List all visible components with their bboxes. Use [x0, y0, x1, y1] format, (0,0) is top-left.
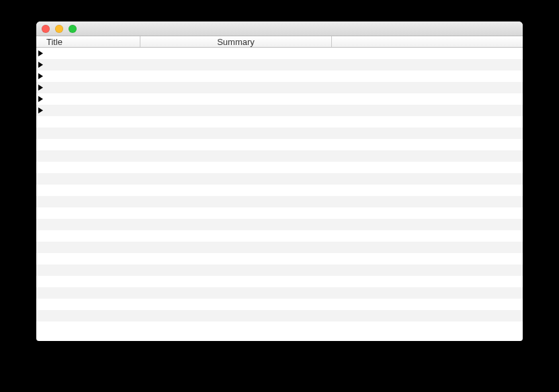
close-icon[interactable]: [42, 25, 50, 33]
cell-title: [36, 85, 140, 91]
table-row[interactable]: [36, 276, 523, 287]
svg-marker-3: [38, 85, 43, 91]
table-body[interactable]: [36, 48, 523, 341]
table-row[interactable]: [36, 116, 523, 128]
cell-title: [36, 73, 140, 80]
column-header-label: Title: [46, 38, 62, 46]
table-row[interactable]: [36, 173, 523, 185]
zoom-icon[interactable]: [69, 25, 77, 33]
app-window: Title Summary: [36, 21, 523, 341]
column-header-spacer: [332, 36, 523, 47]
table-row[interactable]: [36, 196, 523, 207]
disclosure-triangle-icon[interactable]: [37, 50, 44, 57]
cell-title: [36, 62, 140, 68]
table-row[interactable]: [36, 230, 523, 242]
table-row[interactable]: [36, 185, 523, 196]
table-row[interactable]: [36, 128, 523, 139]
svg-marker-2: [38, 73, 43, 79]
disclosure-triangle-icon[interactable]: [37, 96, 44, 103]
table-row[interactable]: [36, 253, 523, 264]
table-row[interactable]: [36, 219, 523, 230]
cell-title: [36, 107, 140, 114]
table-row[interactable]: [36, 310, 523, 322]
svg-marker-5: [38, 107, 43, 113]
table-row[interactable]: [36, 264, 523, 276]
table-row[interactable]: [36, 322, 523, 333]
table-row[interactable]: [36, 82, 523, 93]
svg-marker-0: [38, 50, 43, 56]
table-row[interactable]: [36, 162, 523, 173]
column-header-title[interactable]: Title: [36, 36, 140, 47]
table-row[interactable]: [36, 48, 523, 59]
column-header-label: Summary: [217, 38, 255, 46]
cell-title: [36, 96, 140, 103]
table-row[interactable]: [36, 242, 523, 253]
table-row[interactable]: [36, 299, 523, 310]
disclosure-triangle-icon[interactable]: [37, 85, 44, 91]
table-header: Title Summary: [36, 36, 523, 48]
svg-marker-1: [38, 62, 43, 68]
table-row[interactable]: [36, 105, 523, 116]
table-row[interactable]: [36, 59, 523, 70]
table-row[interactable]: [36, 287, 523, 299]
table-row[interactable]: [36, 139, 523, 150]
titlebar[interactable]: [36, 21, 523, 36]
table-row[interactable]: [36, 70, 523, 82]
svg-marker-4: [38, 96, 43, 102]
cell-title: [36, 50, 140, 57]
disclosure-triangle-icon[interactable]: [37, 73, 44, 80]
disclosure-triangle-icon[interactable]: [37, 62, 44, 68]
column-header-summary[interactable]: Summary: [140, 36, 332, 47]
table-row[interactable]: [36, 150, 523, 162]
table-row[interactable]: [36, 207, 523, 219]
disclosure-triangle-icon[interactable]: [37, 107, 44, 114]
table-row[interactable]: [36, 93, 523, 105]
minimize-icon[interactable]: [55, 25, 63, 33]
